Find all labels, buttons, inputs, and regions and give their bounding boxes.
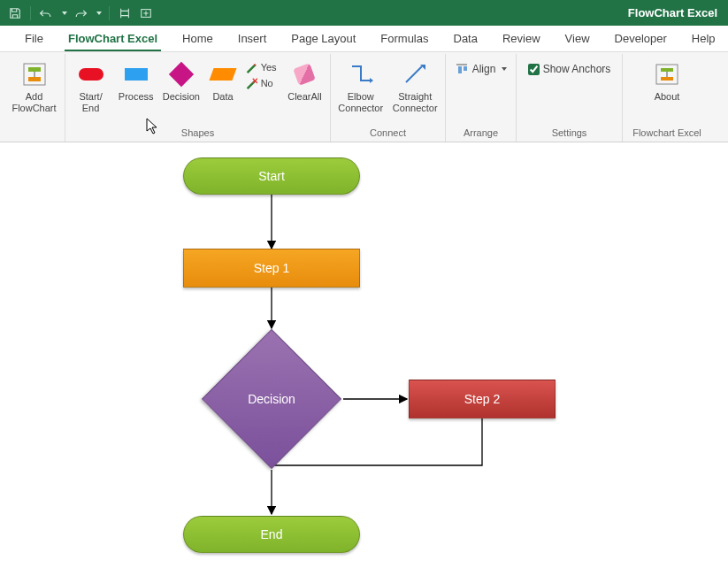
shape-decision-button[interactable]: Decision [161,59,201,104]
clearall-button[interactable]: ClearAll [285,59,325,104]
start-end-shape-icon [77,61,105,88]
svg-rect-3 [28,77,41,81]
svg-rect-9 [458,66,462,73]
align-icon [455,63,469,75]
redo-icon[interactable] [73,5,88,21]
svg-rect-12 [661,68,673,72]
ribbon-tabs: File FlowChart Excel Home Insert Page La… [0,26,728,52]
tab-home[interactable]: Home [170,27,226,51]
flowchart-step1-node[interactable]: Step 1 [183,249,360,288]
tab-review[interactable]: Review [490,27,553,51]
flowchart-step2-node[interactable]: Step 2 [409,380,556,418]
tab-help[interactable]: Help [679,27,728,51]
ribbon-group-addflowchart: AddFlowChart [4,54,65,142]
about-group-label: Flowchart Excel [628,127,706,140]
align-button[interactable]: Align [449,59,513,79]
quick-access-toolbar [7,5,154,21]
tab-insert[interactable]: Insert [226,27,280,51]
elbow-connector-icon [347,61,375,88]
tab-page-layout[interactable]: Page Layout [279,27,368,51]
chevron-down-icon [502,67,507,71]
svg-line-6 [406,66,422,82]
svg-marker-5 [370,78,373,83]
yes-no-buttons: Yes No [245,59,280,89]
undo-dropdown-icon[interactable] [62,12,67,15]
shape-process-button[interactable]: Process [116,59,156,104]
touch-mode-icon[interactable] [117,5,133,21]
redo-dropdown-icon[interactable] [96,12,102,15]
add-flowchart-label: AddFlowChart [11,91,56,113]
flowchart-canvas[interactable]: Start Step 1 Decision Step 2 End [0,142,728,568]
settings-group-label: Settings [522,127,617,140]
tab-formulas[interactable]: Formulas [368,27,441,51]
svg-rect-10 [464,66,467,71]
straight-connector-button[interactable]: StraightConnector [391,59,441,115]
flowchart-decision-node[interactable]: Decision [201,328,342,470]
shapes-group-label: Shapes [71,127,325,140]
straight-connector-icon [401,61,429,88]
ribbon-group-connect: ElbowConnector StraightConnector Connect [331,54,446,142]
add-flowchart-icon [20,61,49,88]
tab-file[interactable]: File [12,27,56,51]
flowchart-connectors [0,142,728,568]
tab-flowchart-excel[interactable]: FlowChart Excel [56,27,170,51]
ribbon: AddFlowChart Start/End Process Decision … [0,52,728,142]
eraser-icon [290,61,318,88]
app-title: FlowChart Excel [628,6,717,19]
arrange-group-label: Arrange [451,127,510,140]
tab-developer[interactable]: Developer [602,27,679,51]
flowchart-end-node[interactable]: End [183,516,360,553]
no-pencil-icon [245,77,257,89]
svg-rect-2 [28,67,41,72]
yes-connector-button[interactable]: Yes [245,61,277,73]
elbow-connector-button[interactable]: ElbowConnector [336,59,386,115]
yes-pencil-icon [245,61,257,73]
save-icon[interactable] [7,5,23,21]
add-flowchart-button[interactable]: AddFlowChart [9,59,59,115]
ribbon-group-settings: Show Anchors Settings [517,54,623,142]
autofit-icon[interactable] [138,5,154,21]
process-shape-icon [122,61,150,88]
data-shape-icon [209,61,237,88]
ribbon-group-shapes: Start/End Process Decision Data Yes [65,54,331,142]
svg-rect-13 [661,77,673,81]
shape-startend-button[interactable]: Start/End [71,59,111,115]
about-button[interactable]: About [642,59,692,104]
show-anchors-checkbox[interactable]: Show Anchors [523,59,617,79]
flowchart-start-node[interactable]: Start [183,157,360,195]
no-connector-button[interactable]: No [245,77,273,89]
show-anchors-input[interactable] [528,64,540,75]
connect-group-label: Connect [336,127,440,140]
ribbon-group-arrange: Align Arrange [446,54,517,142]
shape-data-button[interactable]: Data [206,59,239,104]
title-bar: FlowChart Excel [0,0,728,26]
tab-view[interactable]: View [553,27,602,51]
undo-icon[interactable] [38,5,54,21]
ribbon-group-about: About Flowchart Excel [623,54,711,142]
tab-data[interactable]: Data [441,27,490,51]
decision-shape-icon [167,61,195,88]
about-icon [653,61,681,88]
